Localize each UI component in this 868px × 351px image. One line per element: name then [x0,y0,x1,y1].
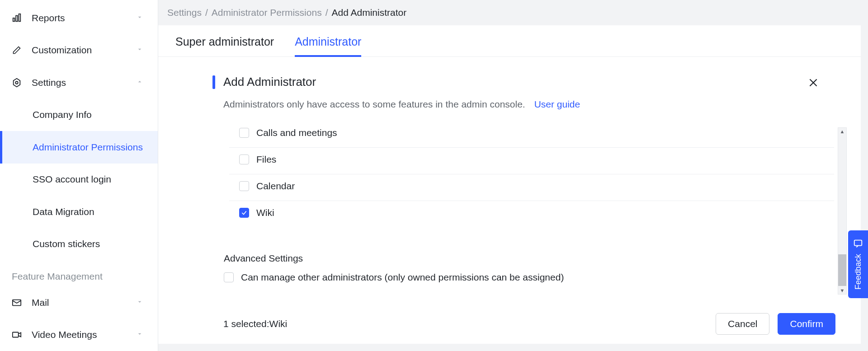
svg-rect-1 [16,15,18,21]
feature-row-files[interactable]: Files [229,148,834,174]
svg-rect-0 [13,18,15,21]
svg-marker-3 [14,79,20,87]
sidebar-item-reports[interactable]: Reports [0,2,158,34]
sidebar-item-mail[interactable]: Mail [0,286,158,319]
checkbox[interactable] [239,181,249,191]
sidebar-item-video-meetings[interactable]: Video Meetings [0,319,158,351]
sidebar-subitem-label: SSO account login [33,174,111,185]
sidebar-subitem-label: Custom stickers [33,239,100,249]
chevron-down-icon [136,46,143,55]
sidebar-subitem-label: Administrator Permissions [33,142,143,153]
sidebar-subitem-sso[interactable]: SSO account login [0,164,158,196]
svg-point-4 [15,81,18,84]
advanced-section-label: Advanced Settings [224,253,839,264]
sidebar-item-label: Video Meetings [32,329,97,340]
sidebar-subitem-label: Company Info [33,109,92,120]
scrollbar[interactable]: ▲ ▼ [838,127,847,295]
sidebar-item-customization[interactable]: Customization [0,34,158,67]
scroll-up-icon[interactable]: ▲ [840,128,845,135]
sidebar-subitem-data-migration[interactable]: Data Migration [0,196,158,228]
breadcrumb-current: Add Administrator [331,7,406,18]
feature-label: Calls and meetings [256,127,337,138]
scroll-thumb[interactable] [838,254,846,286]
breadcrumb-item[interactable]: Settings [167,7,202,18]
breadcrumb-sep: / [205,7,208,18]
chevron-up-icon [136,78,143,87]
feature-row-calendar[interactable]: Calendar [229,174,834,201]
pencil-icon [12,45,22,55]
mail-icon [12,298,22,308]
sidebar-item-label: Settings [32,77,66,88]
form-area: Add Administrator Administrators only ha… [158,57,861,304]
svg-rect-6 [13,332,19,337]
sidebar-item-settings[interactable]: Settings [0,66,158,99]
feature-row-wiki[interactable]: Wiki [229,201,834,227]
tab-administrator[interactable]: Administrator [295,35,361,56]
scroll-down-icon[interactable]: ▼ [840,287,845,294]
chevron-down-icon [136,298,143,307]
checkbox[interactable] [239,154,249,164]
sidebar-item-label: Mail [32,297,49,308]
checkbox[interactable] [239,208,249,218]
content-card: Super administrator Administrator Add Ad… [158,25,861,344]
svg-rect-2 [19,14,21,22]
close-button[interactable] [806,75,821,92]
feature-label: Wiki [256,207,274,218]
chat-icon [853,239,863,250]
checkbox[interactable] [224,272,234,282]
breadcrumb-sep: / [326,7,328,18]
sidebar: Reports Customization Settings Company I… [0,0,158,351]
sidebar-subitem-company-info[interactable]: Company Info [0,99,158,131]
footer: 1 selected:Wiki Cancel Confirm [158,304,861,344]
advanced-option-row[interactable]: Can manage other administrators (only ow… [224,272,839,283]
cancel-button[interactable]: Cancel [716,313,769,335]
main: Settings / Administrator Permissions / A… [158,0,868,351]
gear-icon [12,78,22,88]
sidebar-subitem-custom-stickers[interactable]: Custom stickers [0,228,158,261]
sidebar-item-label: Customization [32,45,92,56]
confirm-button[interactable]: Confirm [778,313,835,335]
feature-label: Calendar [256,181,295,192]
tab-super-admin[interactable]: Super administrator [175,35,274,56]
page-description: Administrators only have access to some … [223,99,525,110]
page-title: Add Administrator [223,75,316,89]
breadcrumb: Settings / Administrator Permissions / A… [158,0,868,25]
sidebar-subitem-label: Data Migration [33,206,94,217]
bar-chart-icon [12,13,22,23]
breadcrumb-item[interactable]: Administrator Permissions [212,7,322,18]
advanced-option-label: Can manage other administrators (only ow… [241,272,564,283]
feedback-tab[interactable]: Feedback [848,230,868,298]
heading-accent-bar [212,75,215,89]
user-guide-link[interactable]: User guide [534,99,580,110]
feature-label: Files [256,154,276,165]
selection-summary: 1 selected:Wiki [223,318,287,329]
chevron-down-icon [136,330,143,339]
video-icon [12,330,22,340]
svg-rect-9 [854,240,862,246]
sidebar-section-title: Feature Management [0,260,158,286]
feedback-label: Feedback [854,254,863,290]
feature-row-calls[interactable]: Calls and meetings [229,127,834,148]
tabs: Super administrator Administrator [158,25,861,57]
checkbox[interactable] [239,128,249,138]
sidebar-subitem-admin-permissions[interactable]: Administrator Permissions [0,131,158,164]
sidebar-item-label: Reports [32,13,65,23]
chevron-down-icon [136,14,143,23]
